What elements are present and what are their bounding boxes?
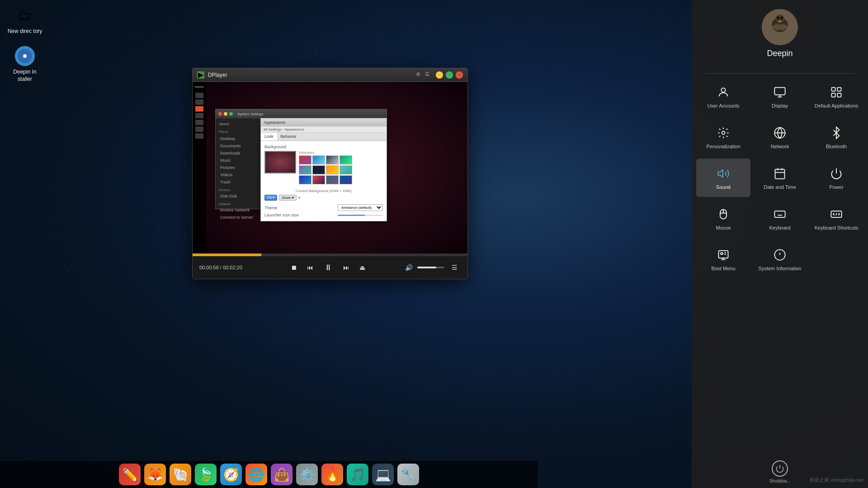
close-button[interactable]: ✕	[456, 71, 463, 79]
nested-settings-window: System Settings Home Places Desktop Docu…	[215, 109, 387, 209]
minimize-button[interactable]: −	[436, 71, 443, 79]
fill-button[interactable]: Fill ▾	[264, 195, 277, 201]
dock-wrench[interactable]: 🔧	[397, 464, 419, 485]
volume-fill	[417, 267, 436, 268]
settings-item-sound[interactable]: Sound	[696, 159, 750, 197]
settings-item-power[interactable]: Power	[809, 159, 863, 197]
dock-pencil[interactable]: ✏️	[119, 464, 141, 485]
mute-button[interactable]: 🔊	[402, 261, 415, 274]
svg-rect-16	[837, 93, 841, 97]
personalization-icon	[715, 125, 731, 141]
user-accounts-label: User Accounts	[708, 103, 740, 109]
svg-rect-35	[719, 251, 728, 258]
settings-item-user-accounts[interactable]: User Accounts	[696, 77, 750, 116]
dplayer-app-icon: ▶	[197, 71, 204, 79]
settings-item-keyboard-shortcuts[interactable]: Keyboard Shortcuts	[809, 199, 863, 238]
settings-item-personalization[interactable]: Personalization	[696, 118, 750, 156]
dock-terminal[interactable]: 💻	[372, 464, 394, 485]
dock-chrome[interactable]: 🌐	[245, 464, 267, 485]
settings-item-bluetooth[interactable]: Bluetooth	[809, 118, 863, 156]
settings-item-network[interactable]: Network	[753, 118, 807, 156]
shutdown-icon	[772, 460, 788, 477]
playlist-button[interactable]: ☰	[448, 261, 461, 274]
datetime-label: Date and Time	[764, 184, 796, 190]
svg-marker-19	[718, 170, 723, 177]
shutdown-label: Shutdow...	[769, 479, 791, 483]
dock-music[interactable]: 🎵	[347, 464, 368, 485]
maximize-button[interactable]: □	[446, 71, 453, 79]
taskbar: ✏️ 🦊 🐚 🍃 🧭 🌐 👜 ⚙️ 🔥 🎵 💻 🔧	[0, 461, 538, 488]
playlist-sidebar	[193, 82, 206, 253]
svg-point-2	[23, 54, 27, 58]
video-content: System Settings Home Places Desktop Docu…	[193, 82, 467, 253]
network-icon	[772, 125, 788, 141]
dock-shell[interactable]: 🐚	[170, 464, 191, 485]
svg-rect-12	[774, 87, 785, 94]
user-profile: Deepin	[762, 9, 798, 58]
svg-point-9	[777, 17, 779, 19]
dock-safari[interactable]: 🧭	[220, 464, 242, 485]
panel-divider-top	[705, 73, 855, 74]
username: Deepin	[767, 49, 793, 58]
settings-item-boot-menu[interactable]: Boot Menu	[696, 240, 750, 278]
boot-icon	[715, 247, 731, 263]
desktop: 🗂 New direc tory Deepin In staller ▶ DPl…	[0, 0, 868, 488]
stop-button[interactable]: ⏹	[288, 261, 300, 274]
installer-icon	[14, 45, 36, 67]
svg-rect-28	[774, 211, 785, 217]
svg-point-11	[721, 88, 725, 92]
window-controls: ⚙ ☰ − □ ✕	[416, 71, 463, 79]
datetime-icon	[772, 165, 788, 182]
svg-rect-14	[837, 87, 841, 91]
bluetooth-icon	[828, 125, 844, 141]
settings-grid: User Accounts Display Default Applicatio…	[696, 77, 863, 278]
dock-settings[interactable]: ⚙️	[296, 464, 318, 485]
display-icon	[772, 84, 788, 100]
dock-firefox[interactable]: 🔥	[321, 464, 343, 485]
shutdown-button[interactable]: Shutdow...	[769, 460, 791, 483]
sound-icon	[715, 165, 731, 182]
zoom-button[interactable]: Zoom ▾	[279, 195, 297, 201]
installer-label: Deepin In staller	[7, 69, 43, 83]
nested-screenshot: System Settings Home Places Desktop Docu…	[215, 109, 405, 209]
next-button[interactable]: ⏭	[340, 261, 353, 274]
mouse-icon	[715, 206, 731, 222]
default-apps-label: Default Applications	[815, 103, 859, 109]
settings-item-default-apps[interactable]: Default Applications	[809, 77, 863, 116]
svg-point-10	[781, 17, 783, 19]
shortcuts-label: Keyboard Shortcuts	[815, 225, 859, 231]
svg-point-17	[722, 131, 725, 134]
eject-button[interactable]: ⏏	[356, 261, 369, 274]
dock-bag[interactable]: 👜	[271, 464, 292, 485]
power-icon	[828, 165, 844, 182]
shortcuts-icon	[828, 206, 844, 222]
svg-rect-20	[775, 169, 785, 179]
mouse-label: Mouse	[716, 225, 731, 231]
system-info-icon	[772, 247, 788, 263]
right-panel: Deepin User Accounts Display D	[692, 0, 868, 488]
progress-bar[interactable]	[193, 253, 467, 256]
display-label: Display	[772, 103, 788, 109]
desktop-icon-folder[interactable]: 🗂 New direc tory	[7, 5, 43, 35]
play-pause-button[interactable]: ⏸	[320, 259, 336, 276]
prev-button[interactable]: ⏮	[304, 261, 316, 274]
network-label: Network	[771, 144, 789, 150]
folder-label: New direc tory	[7, 28, 43, 35]
bluetooth-label: Bluetooth	[826, 144, 847, 150]
settings-item-mouse[interactable]: Mouse	[696, 199, 750, 238]
settings-item-keyboard[interactable]: Keyboard	[753, 199, 807, 238]
settings-item-system-info[interactable]: System Information	[753, 240, 807, 278]
volume-slider[interactable]	[417, 267, 444, 268]
theme-select[interactable]: Ambiance (default)	[338, 204, 383, 211]
boot-label: Boot Menu	[711, 266, 735, 272]
dock-leaf[interactable]: 🍃	[195, 464, 217, 485]
svg-rect-38	[721, 253, 723, 254]
dock-fox[interactable]: 🦊	[144, 464, 166, 485]
icon-size-slider[interactable]	[338, 215, 383, 216]
settings-item-display[interactable]: Display	[753, 77, 807, 116]
svg-rect-13	[832, 87, 835, 91]
desktop-icon-installer[interactable]: Deepin In staller	[7, 45, 43, 83]
settings-item-datetime[interactable]: Date and Time	[753, 159, 807, 197]
keyboard-icon	[772, 206, 788, 222]
svg-rect-15	[832, 93, 835, 97]
